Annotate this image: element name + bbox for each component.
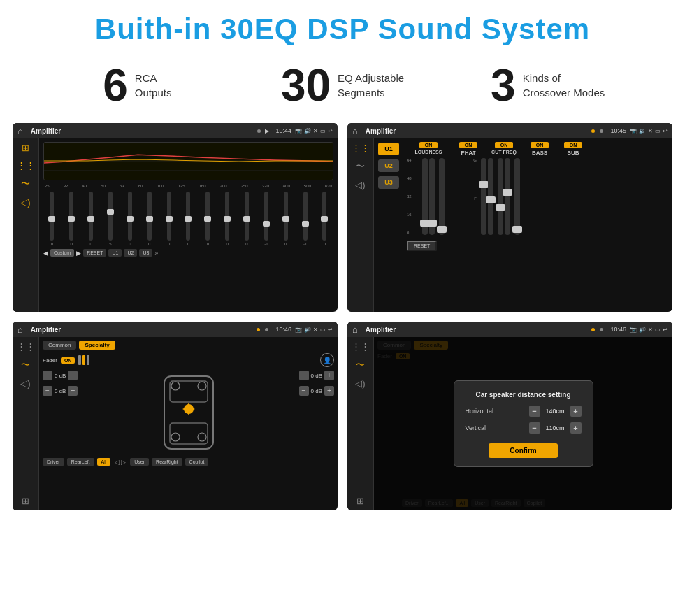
ch-cutfreq-on[interactable]: ON [495, 142, 514, 148]
u1-btn-2[interactable]: U1 [378, 143, 399, 155]
eq-slider-9[interactable]: 0 [219, 192, 236, 246]
u3-btn-2[interactable]: U3 [378, 176, 399, 189]
dist-speaker-icon[interactable]: ◁) [355, 378, 365, 389]
ch-sub-on[interactable]: ON [564, 142, 583, 148]
sb-time-3: 10:46 [275, 326, 291, 333]
next-icon[interactable]: ▶ [76, 250, 81, 257]
ch-bass-on[interactable]: ON [531, 142, 549, 148]
expand-icon[interactable]: » [154, 250, 158, 257]
eq-slider-val-14: 0 [324, 242, 326, 246]
speaker-sidebar-icon[interactable]: ◁) [20, 197, 30, 208]
close-icon-2: ✕ [648, 128, 653, 134]
stat-crossover-text: Kinds of Crossover Modes [523, 71, 605, 100]
eq-slider-1[interactable]: 0 [63, 192, 80, 246]
eq-slider-6[interactable]: 0 [160, 192, 178, 246]
eq-slider-13[interactable]: -1 [296, 192, 314, 246]
bass-slider-1[interactable] [498, 158, 503, 235]
vertical-control: − 110cm + [529, 422, 582, 434]
db-minus-rr[interactable]: − [299, 386, 309, 396]
preset-custom-btn[interactable]: Custom [50, 249, 74, 257]
db-plus-rl[interactable]: + [68, 386, 78, 396]
cutfreq-slider-2[interactable] [488, 158, 493, 235]
db-minus-rl[interactable]: − [43, 386, 52, 396]
db-plus-rr[interactable]: + [324, 386, 334, 396]
amp-speaker-icon[interactable]: ◁) [355, 180, 365, 190]
dist-wave-icon[interactable]: 〜 [356, 359, 365, 371]
reset-btn-2[interactable]: RESET [407, 241, 437, 251]
eq-slider-val-11: -1 [264, 242, 268, 246]
reset-btn-1[interactable]: RESET [83, 249, 106, 257]
user-btn[interactable]: User [130, 458, 149, 466]
db-minus-fl[interactable]: − [43, 371, 52, 380]
home-sidebar-icon[interactable]: ⊞ [22, 143, 29, 153]
db-plus-fl[interactable]: + [68, 371, 78, 380]
ch-loudness-on[interactable]: ON [419, 142, 438, 148]
loudness-slider-2[interactable] [429, 158, 435, 235]
eq-slider-4[interactable]: 0 [121, 192, 138, 246]
wave-sidebar-icon[interactable]: 〜 [21, 178, 30, 190]
dist-eq-icon[interactable]: ⋮⋮ [352, 341, 370, 352]
amp-eq-icon[interactable]: ⋮⋮ [352, 143, 370, 153]
dist-sidebar: ⋮⋮ 〜 ◁) ⊞ [347, 337, 374, 510]
eq-slider-10[interactable]: 0 [238, 192, 256, 246]
fader-speaker-icon[interactable]: ◁) [20, 378, 30, 389]
horizontal-plus-btn[interactable]: + [570, 406, 582, 417]
vertical-minus-btn[interactable]: − [529, 422, 540, 434]
stat-rca: 6 RCA Outputs [42, 63, 233, 108]
rearleft-btn[interactable]: RearLeft [67, 458, 94, 466]
eq-sidebar-eq-icon[interactable]: ⋮⋮ [17, 160, 35, 171]
driver-btn[interactable]: Driver [43, 458, 64, 466]
eq-slider-7[interactable]: 0 [180, 192, 197, 246]
eq-main: 25 32 40 50 63 80 100 125 160 200 250 32… [39, 138, 338, 312]
eq-slider-8[interactable]: 0 [199, 192, 217, 246]
tab-common[interactable]: Common [43, 341, 76, 350]
eq-slider-thumb-2 [87, 216, 94, 222]
db-plus-fr[interactable]: + [324, 371, 334, 380]
eq-slider-14[interactable]: 0 [316, 192, 333, 246]
prev-icon[interactable]: ◀ [43, 250, 48, 257]
fader-eq-icon[interactable]: ⋮⋮ [17, 341, 35, 352]
copilot-btn[interactable]: Copilot [185, 458, 209, 466]
vertical-plus-btn[interactable]: + [570, 422, 582, 434]
sb-title-3: Amplifier [31, 326, 253, 334]
eq-slider-track-8 [206, 192, 210, 241]
horizontal-minus-btn[interactable]: − [529, 406, 540, 417]
eq-slider-val-13: -1 [303, 242, 307, 246]
eq-slider-0[interactable]: 0 [43, 192, 61, 246]
u2-btn-2[interactable]: U2 [378, 159, 399, 172]
fader-label: Fader [43, 357, 57, 364]
eq-slider-5[interactable]: 0 [140, 192, 158, 246]
car-map [82, 371, 294, 454]
eq-slider-track-10 [245, 192, 249, 241]
ch-sub-name: SUB [568, 150, 579, 156]
dist-expand-icon[interactable]: ⊞ [356, 496, 364, 506]
sub-slider[interactable] [514, 158, 520, 235]
eq-slider-12[interactable]: 0 [277, 192, 294, 246]
eq-slider-track-7 [186, 192, 190, 241]
eq-slider-3[interactable]: 5 [102, 192, 120, 246]
fader-expand-icon[interactable]: ⊞ [22, 496, 29, 506]
fader-profile-icon[interactable]: 👤 [320, 353, 334, 367]
u1-btn-1[interactable]: U1 [108, 249, 122, 257]
camera-icon-4: 📷 [630, 327, 637, 333]
ch-phat-on[interactable]: ON [459, 142, 478, 148]
eq-slider-2[interactable]: 0 [82, 192, 100, 246]
rearright-btn[interactable]: RearRight [152, 458, 182, 466]
tab-specialty[interactable]: Specialty [79, 341, 115, 350]
bass-slider-2[interactable] [505, 158, 510, 235]
all-btn[interactable]: All [97, 458, 111, 466]
screen-fader: ⌂ Amplifier 10:46 📷 🔊 ✕ ▭ ↩ ⋮⋮ 〜 ◁) ⊞ [13, 322, 338, 510]
confirm-button[interactable]: Confirm [489, 443, 557, 458]
eq-slider-val-8: 0 [207, 242, 209, 246]
fader-on-btn[interactable]: ON [61, 357, 75, 364]
u3-btn-1[interactable]: U3 [139, 249, 152, 257]
home-icon-3: ⌂ [17, 324, 23, 335]
eq-slider-11[interactable]: -1 [257, 192, 275, 246]
amp-wave-icon[interactable]: 〜 [356, 160, 365, 173]
status-dot [257, 129, 261, 133]
phat-slider[interactable] [439, 158, 445, 235]
fader-wave-icon[interactable]: 〜 [21, 359, 30, 371]
amp-body: ⋮⋮ 〜 ◁) U1 U2 U3 ON LOUDNESS ON P [347, 138, 672, 312]
db-minus-fr[interactable]: − [299, 371, 309, 380]
u2-btn-1[interactable]: U2 [124, 249, 137, 257]
